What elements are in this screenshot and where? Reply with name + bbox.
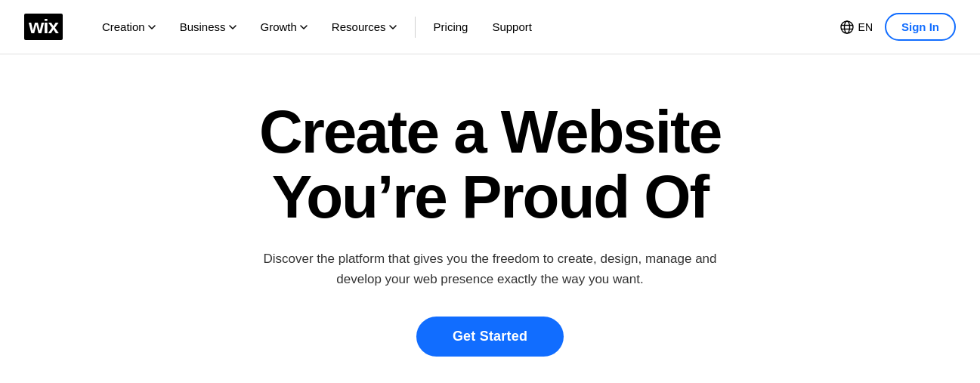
nav-item-pricing[interactable]: Pricing — [422, 14, 481, 39]
nav-label-resources: Resources — [332, 20, 386, 33]
signin-button[interactable]: Sign In — [885, 13, 956, 41]
nav-item-creation[interactable]: Creation — [90, 14, 168, 39]
nav-item-business[interactable]: Business — [168, 14, 249, 39]
chevron-down-icon — [300, 23, 308, 31]
nav-label-business: Business — [180, 20, 226, 33]
nav-label-support: Support — [492, 20, 532, 33]
get-started-button[interactable]: Get Started — [416, 317, 564, 357]
svg-point-1 — [844, 21, 849, 33]
nav-right: EN Sign In — [840, 13, 956, 41]
hero-title-line1: Create a Website — [259, 98, 721, 165]
nav-item-resources[interactable]: Resources — [320, 14, 409, 39]
chevron-down-icon — [229, 23, 236, 31]
hero-subtitle: Discover the platform that gives you the… — [256, 249, 725, 289]
logo[interactable]: wix — [24, 14, 63, 40]
nav-label-growth: Growth — [261, 20, 297, 33]
nav-label-pricing: Pricing — [434, 20, 468, 33]
wix-logo[interactable]: wix — [24, 14, 63, 40]
nav-links: Creation Business Growth Resources Pr — [90, 14, 840, 39]
hero-title-line2: You’re Proud Of — [272, 163, 708, 230]
language-selector[interactable]: EN — [840, 20, 873, 34]
globe-icon — [840, 20, 854, 34]
nav-label-creation: Creation — [102, 20, 145, 33]
nav-item-growth[interactable]: Growth — [249, 14, 320, 39]
hero-title: Create a Website You’re Proud Of — [259, 100, 721, 230]
svg-point-0 — [841, 21, 853, 33]
navbar: wix Creation Business Growth Resources — [0, 0, 980, 54]
nav-item-support[interactable]: Support — [480, 14, 544, 39]
chevron-down-icon — [148, 23, 156, 31]
chevron-down-icon — [389, 23, 397, 31]
nav-divider — [415, 17, 416, 38]
language-label: EN — [858, 21, 873, 33]
hero-section: Create a Website You’re Proud Of Discove… — [0, 54, 980, 383]
